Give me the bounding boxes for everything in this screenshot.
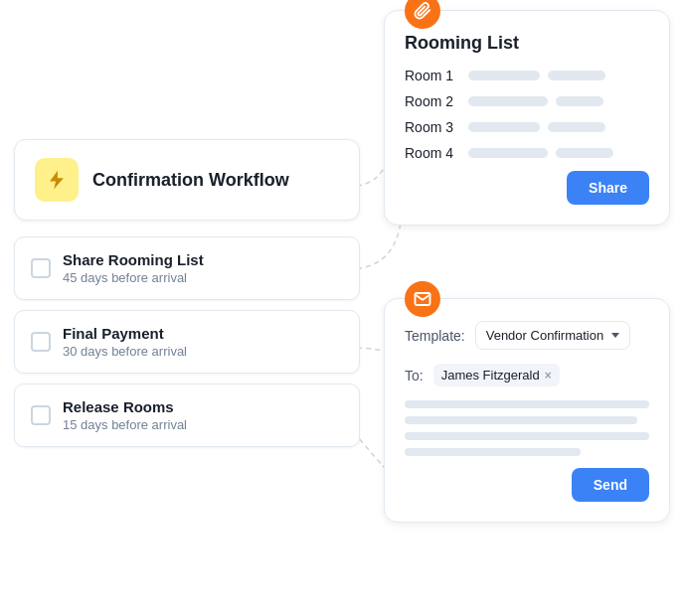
email-badge: [405, 281, 440, 317]
rooming-list-title: Rooming List: [405, 33, 649, 54]
task-title-final-payment: Final Payment: [63, 325, 187, 342]
share-button[interactable]: Share: [567, 171, 649, 205]
to-row: To: James Fitzgerald ×: [405, 364, 649, 386]
paperclip-icon: [414, 2, 431, 20]
rooming-list-badge: [405, 0, 440, 29]
task-checkbox-share-rooming[interactable]: [31, 258, 51, 278]
recipient-name: James Fitzgerald: [441, 368, 540, 383]
task-title-share-rooming: Share Rooming List: [63, 251, 204, 268]
template-label: Template:: [405, 328, 465, 344]
room-bar-4b: [556, 148, 613, 158]
room-label-1: Room 1: [405, 68, 460, 83]
room-bar-2a: [468, 96, 548, 106]
task-card-final-payment: Final Payment 30 days before arrival: [14, 310, 360, 374]
text-line-3: [405, 432, 649, 440]
workflow-card: Confirmation Workflow: [14, 139, 360, 221]
rooming-list-card: Rooming List Room 1 Room 2 Room 3 Room 4…: [384, 10, 670, 226]
room-row-1: Room 1: [405, 68, 649, 83]
room-label-4: Room 4: [405, 145, 460, 161]
room-row-2: Room 2: [405, 93, 649, 109]
remove-recipient-button[interactable]: ×: [545, 369, 552, 383]
email-card: Template: Vendor Confirmation To: James …: [384, 298, 670, 523]
task-card-release-rooms: Release Rooms 15 days before arrival: [14, 384, 360, 447]
room-row-4: Room 4: [405, 145, 649, 161]
task-card-share-rooming: Share Rooming List 45 days before arriva…: [14, 236, 360, 300]
room-bar-3b: [548, 122, 605, 132]
room-bar-4a: [468, 148, 548, 158]
room-bar-1a: [468, 71, 540, 80]
mail-icon: [414, 290, 431, 308]
room-row-3: Room 3: [405, 119, 649, 135]
chevron-down-icon: [611, 333, 619, 338]
text-line-2: [405, 416, 637, 424]
template-row: Template: Vendor Confirmation: [405, 321, 649, 350]
send-button[interactable]: Send: [572, 468, 649, 502]
workflow-icon: [35, 158, 79, 202]
task-info-share-rooming: Share Rooming List 45 days before arriva…: [63, 251, 204, 285]
task-subtitle-release-rooms: 15 days before arrival: [63, 417, 187, 432]
template-value: Vendor Confirmation: [486, 328, 604, 343]
to-label: To:: [405, 368, 424, 384]
workflow-title: Confirmation Workflow: [92, 170, 289, 191]
task-info-release-rooms: Release Rooms 15 days before arrival: [63, 398, 187, 432]
task-title-release-rooms: Release Rooms: [63, 398, 187, 415]
room-bar-1b: [548, 71, 605, 80]
task-subtitle-share-rooming: 45 days before arrival: [63, 270, 204, 285]
task-subtitle-final-payment: 30 days before arrival: [63, 344, 187, 359]
email-body-placeholder: [405, 400, 649, 456]
task-checkbox-release-rooms[interactable]: [31, 405, 51, 425]
room-label-2: Room 2: [405, 93, 460, 109]
room-label-3: Room 3: [405, 119, 460, 135]
room-bar-2b: [556, 96, 603, 106]
template-select[interactable]: Vendor Confirmation: [475, 321, 631, 350]
left-panel: Confirmation Workflow Share Rooming List…: [14, 139, 360, 457]
text-line-4: [405, 448, 581, 456]
task-checkbox-final-payment[interactable]: [31, 332, 51, 352]
bolt-icon: [46, 169, 68, 191]
recipient-tag[interactable]: James Fitzgerald ×: [433, 364, 560, 386]
task-info-final-payment: Final Payment 30 days before arrival: [63, 325, 187, 359]
room-bar-3a: [468, 122, 540, 132]
text-line-1: [405, 400, 649, 408]
